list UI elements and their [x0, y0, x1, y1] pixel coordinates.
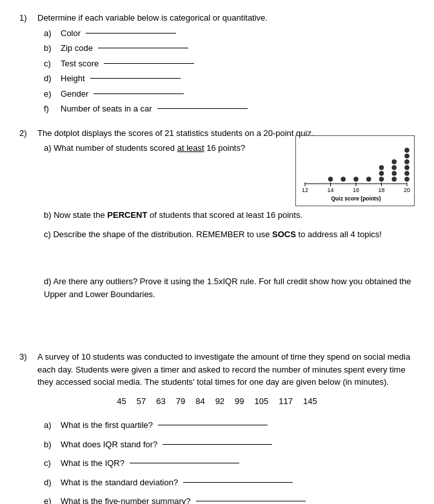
- q3-a-label: a): [44, 419, 58, 432]
- q2-a-label: a): [44, 143, 52, 153]
- list-item: d) Height: [44, 72, 415, 85]
- q2-b-label: b): [44, 210, 52, 220]
- svg-point-19: [392, 177, 397, 182]
- q1-instruction: Determine if each variable below is cate…: [37, 12, 268, 24]
- q3-e-blank[interactable]: [196, 501, 306, 501]
- data-val-9: 117: [279, 395, 293, 408]
- dotplot-chart: 12 14 16 18 20 Quiz score (points): [299, 139, 411, 203]
- svg-point-21: [392, 166, 397, 170]
- q3-b-label: b): [44, 438, 58, 451]
- question-2: 2) The dotplot displays the scores of 21…: [19, 127, 415, 340]
- q1-a-blank[interactable]: [86, 33, 176, 34]
- svg-text:16: 16: [353, 187, 359, 193]
- q2-intro: The dotplot displays the scores of 21 st…: [37, 127, 314, 140]
- q2-c-block: c) Describe the shape of the distributio…: [44, 228, 415, 272]
- q1-b-text: Zip code: [61, 42, 93, 55]
- q1-e-label: e): [44, 88, 58, 101]
- q3-c-text: What is the IQR?: [61, 457, 124, 470]
- q2-d-space: [44, 300, 415, 339]
- q2-b-text: b) Now state the PERCENT of students tha…: [44, 209, 415, 222]
- q2-c-bold: SOCS: [272, 229, 296, 239]
- q1-f-label: f): [44, 102, 58, 115]
- q3-e-text: What is the five-number summary?: [61, 495, 191, 504]
- q1-f-blank[interactable]: [157, 108, 248, 109]
- q1-a-label: a): [44, 27, 58, 40]
- q1-e-blank[interactable]: [94, 93, 184, 94]
- q2-b-bold: PERCENT: [107, 210, 147, 220]
- q3-b-blank[interactable]: [163, 444, 272, 445]
- q3-a-blank[interactable]: [158, 425, 268, 425]
- data-val-3: 63: [156, 395, 165, 408]
- q3-b-text: What does IQR stand for?: [61, 438, 157, 451]
- data-val-6: 92: [215, 395, 224, 408]
- list-item: b) What does IQR stand for?: [44, 438, 415, 451]
- svg-point-16: [379, 177, 384, 182]
- list-item: b) Zip code: [44, 42, 415, 55]
- q1-sub-items: a) Color b) Zip code c) Test score d) He…: [44, 27, 415, 115]
- list-item: a) What is the first quartile?: [44, 419, 415, 432]
- svg-point-27: [405, 154, 409, 159]
- q2-c-label: c): [44, 229, 51, 239]
- q1-e-text: Gender: [61, 88, 88, 101]
- q2-a-text: a) What number of students scored at lea…: [44, 142, 289, 155]
- q3-number: 3): [19, 351, 34, 389]
- data-val-2: 57: [137, 395, 146, 408]
- q1-number: 1): [19, 12, 34, 24]
- q1-d-label: d): [44, 72, 58, 85]
- data-val-5: 84: [195, 395, 204, 408]
- q2-b-row: b) Now state the PERCENT of students tha…: [44, 209, 415, 222]
- q1-c-blank[interactable]: [104, 63, 194, 64]
- q2-number: 2): [19, 127, 34, 140]
- list-item: e) Gender: [44, 88, 415, 101]
- q3-d-blank[interactable]: [183, 482, 293, 483]
- data-val-7: 99: [235, 395, 244, 408]
- svg-point-28: [405, 148, 409, 153]
- svg-point-25: [405, 166, 409, 170]
- svg-point-14: [354, 177, 359, 182]
- list-item: d) What is the standard deviation?: [44, 476, 415, 489]
- svg-text:Quiz score (points): Quiz score (points): [331, 195, 381, 202]
- svg-text:18: 18: [378, 187, 384, 193]
- q1-c-label: c): [44, 57, 58, 70]
- svg-point-12: [328, 177, 333, 182]
- list-item: c) Test score: [44, 57, 415, 70]
- q3-d-text: What is the standard deviation?: [61, 476, 178, 489]
- q1-a-text: Color: [61, 27, 81, 40]
- dotplot-container: 12 14 16 18 20 Quiz score (points): [295, 135, 415, 206]
- q2-d-block: d) Are there any outliers? Prove it usin…: [44, 275, 415, 339]
- list-item: f) Number of seats in a car: [44, 102, 415, 115]
- q1-b-blank[interactable]: [98, 48, 188, 48]
- q2-d-label: d): [44, 276, 52, 286]
- q1-d-blank[interactable]: [90, 78, 181, 79]
- q1-f-text: Number of seats in a car: [61, 102, 152, 115]
- list-item: a) Color: [44, 27, 415, 40]
- q3-d-label: d): [44, 476, 58, 489]
- q2-a-underline: at least: [177, 143, 204, 153]
- question-3: 3) A survey of 10 students was conducted…: [19, 351, 415, 504]
- q3-c-blank[interactable]: [130, 463, 239, 463]
- list-item: e) What is the five-number summary?: [44, 495, 415, 504]
- q3-data-row: 45 57 63 79 84 92 99 105 117 145: [19, 395, 415, 408]
- q3-sub-items: a) What is the first quartile? b) What d…: [44, 419, 415, 504]
- svg-point-17: [379, 171, 384, 176]
- q1-b-label: b): [44, 42, 58, 55]
- svg-point-13: [341, 177, 346, 182]
- data-val-4: 79: [176, 395, 185, 408]
- data-val-10: 145: [303, 395, 317, 408]
- svg-point-22: [392, 160, 397, 164]
- q3-a-text: What is the first quartile?: [61, 419, 153, 432]
- svg-text:14: 14: [327, 187, 333, 193]
- question-1: 1) Determine if each variable below is c…: [19, 12, 415, 115]
- q1-c-text: Test score: [61, 57, 99, 70]
- q3-intro: A survey of 10 students was conducted to…: [37, 351, 411, 389]
- svg-point-26: [405, 160, 409, 164]
- svg-point-24: [405, 171, 409, 176]
- list-item: c) What is the IQR?: [44, 457, 415, 470]
- data-val-1: 45: [117, 395, 126, 408]
- svg-point-15: [366, 177, 371, 182]
- svg-point-20: [392, 171, 397, 176]
- q3-c-label: c): [44, 457, 58, 470]
- data-val-8: 105: [255, 395, 269, 408]
- svg-point-23: [405, 177, 409, 182]
- q2-c-space: [44, 240, 415, 271]
